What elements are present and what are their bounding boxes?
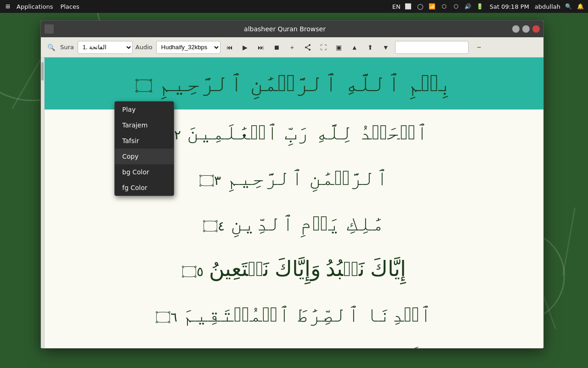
fast-forward-button[interactable]: ⏭	[254, 41, 267, 54]
bismillah-text: بِسۡمِ ٱللَّهِ ٱلرَّحۡمَٰنِ ٱلرَّحِيمِ ۝	[58, 67, 530, 100]
system-bar-left: ⊞ Applications Places	[0, 2, 82, 11]
toolbar-search-button[interactable]: 🔍	[45, 41, 57, 54]
wifi-icon: 📶	[428, 2, 436, 11]
minimize-button[interactable]	[512, 25, 520, 33]
title-bar: albasheer Quran Browser	[41, 21, 543, 37]
indicator-icon-2: ◯	[416, 2, 424, 11]
svg-line-3	[307, 46, 309, 47]
context-menu-play[interactable]: Play	[115, 102, 174, 117]
context-menu: Play Tarajem Tafsir Copy bg Color fg Col…	[114, 101, 174, 196]
play-button[interactable]: ▶	[239, 41, 252, 54]
lang-indicator: EN	[392, 3, 401, 10]
svg-point-0	[309, 44, 311, 46]
volume-icon: 🔊	[464, 2, 472, 11]
stop-button[interactable]: ⏹	[270, 41, 283, 54]
places-menu[interactable]: Places	[57, 2, 82, 11]
context-menu-tafsir[interactable]: Tafsir	[115, 133, 174, 149]
maximize-button[interactable]	[522, 25, 530, 33]
scroll-down-button[interactable]: ▼	[379, 41, 392, 54]
svg-point-2	[309, 49, 311, 51]
audio-label: Audio	[136, 44, 153, 51]
bluetooth-icon: ⬡	[440, 2, 448, 11]
ayah-4-num: ۝٤	[203, 217, 225, 236]
left-sidebar	[41, 58, 45, 348]
content-area: بِسۡمِ ٱللَّهِ ٱلرَّحۡمَٰنِ ٱلرَّحِيمِ ۝…	[41, 58, 543, 348]
ayah-4[interactable]: مَٰلِكِ يَوۡمِ ٱلدِّينِ ۝٤	[45, 201, 543, 246]
ayah-7-text: صِرَٰطَ ٱلَّذِينَ أَنۡعَمۡتَ عَلَيۡهِمۡ …	[45, 344, 543, 348]
notification-icon[interactable]: 🔔	[576, 2, 584, 11]
more-button[interactable]: ···	[471, 41, 486, 54]
window-controls	[512, 25, 540, 33]
close-button[interactable]	[532, 25, 540, 33]
ayah-6-text: ٱهۡدِنَا ٱلصِّرَٰطَ ٱلۡمُسۡتَقِيمَ ۝٦	[45, 299, 543, 330]
context-menu-copy[interactable]: Copy	[115, 149, 174, 164]
ayah-6[interactable]: ٱهۡدِنَا ٱلصِّرَٰطَ ٱلۡمُسۡتَقِيمَ ۝٦	[45, 292, 543, 337]
app-icon	[45, 24, 54, 34]
search-input[interactable]	[395, 41, 469, 54]
battery-icon: 🔋	[476, 2, 484, 11]
ayah-5-num: ۝٥	[182, 262, 204, 282]
system-bar-right: EN ⬜ ◯ 📶 ⬡ ⬡ 🔊 🔋 Sat 09:18 PM abdullah 🔍…	[392, 2, 588, 11]
ayah-6-num: ۝٦	[156, 308, 177, 327]
window-title: albasheer Quran Browser	[57, 25, 512, 33]
add-button[interactable]: +	[286, 41, 299, 54]
share-icon	[305, 44, 311, 51]
system-search-icon[interactable]: 🔍	[564, 2, 572, 11]
ayah-7[interactable]: صِرَٰطَ ٱلَّذِينَ أَنۡعَمۡتَ عَلَيۡهِمۡ …	[45, 337, 543, 348]
scroll-up-button[interactable]: ▲	[348, 41, 361, 54]
indicator-icon-1: ⬜	[404, 2, 413, 11]
export-button[interactable]: ⬆	[364, 41, 377, 54]
distro-icon: ⊞	[4, 2, 12, 11]
share-button[interactable]	[301, 41, 314, 54]
ayah-4-text: مَٰلِكِ يَوۡمِ ٱلدِّينِ ۝٤	[45, 207, 543, 239]
audio-select[interactable]: Hudhaify_32kbps	[156, 41, 220, 54]
deco-line-3	[562, 207, 576, 276]
fullscreen-button[interactable]: ⛶	[317, 41, 330, 54]
sura-select[interactable]: الفاتحة .1	[78, 41, 133, 54]
ayah-5-text: إِيَّاكَ نَعۡبُدُ وَإِيَّاكَ نَسۡتَعِينُ…	[45, 253, 543, 285]
system-time: Sat 09:18 PM	[490, 3, 529, 10]
screen2-button[interactable]: ▣	[333, 41, 345, 54]
context-menu-fgcolor[interactable]: fg Color	[115, 180, 174, 196]
app-window: albasheer Quran Browser 🔍 Sura الفاتحة .…	[40, 20, 544, 349]
svg-line-4	[307, 48, 309, 49]
context-menu-tarajem[interactable]: Tarajem	[115, 117, 174, 133]
ayah-3-num: ۝٣	[199, 171, 221, 190]
toolbar: 🔍 Sura الفاتحة .1 Audio Hudhaify_32kbps …	[41, 37, 543, 58]
applications-menu[interactable]: Applications	[14, 2, 56, 11]
svg-point-1	[305, 46, 307, 48]
bluetooth-icon-2: ⬡	[452, 2, 460, 11]
ayah-5[interactable]: إِيَّاكَ نَعۡبُدُ وَإِيَّاكَ نَسۡتَعِينُ…	[45, 246, 543, 292]
sidebar-scroll-thumb[interactable]	[41, 62, 44, 80]
system-username: abdullah	[535, 3, 560, 10]
prev-button[interactable]: ⏮	[223, 41, 236, 54]
system-bar: ⊞ Applications Places EN ⬜ ◯ 📶 ⬡ ⬡ 🔊 🔋 S…	[0, 0, 588, 13]
sura-label: Sura	[60, 44, 74, 51]
context-menu-bgcolor[interactable]: bg Color	[115, 164, 174, 180]
